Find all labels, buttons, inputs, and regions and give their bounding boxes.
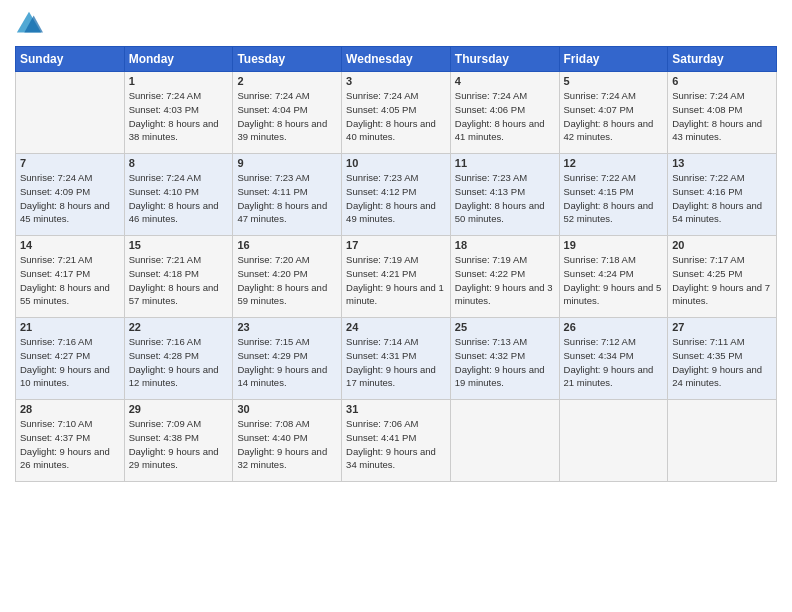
sunrise: Sunrise: 7:13 AM: [455, 336, 527, 347]
sunrise: Sunrise: 7:20 AM: [237, 254, 309, 265]
logo-icon: [15, 10, 43, 38]
calendar-cell: 24Sunrise: 7:14 AMSunset: 4:31 PMDayligh…: [342, 318, 451, 400]
cell-content: Sunrise: 7:10 AMSunset: 4:37 PMDaylight:…: [20, 417, 120, 472]
cell-content: Sunrise: 7:15 AMSunset: 4:29 PMDaylight:…: [237, 335, 337, 390]
sunset: Sunset: 4:29 PM: [237, 350, 307, 361]
day-number: 17: [346, 239, 446, 251]
sunrise: Sunrise: 7:19 AM: [346, 254, 418, 265]
daylight: Daylight: 9 hours and 34 minutes.: [346, 446, 436, 471]
day-number: 5: [564, 75, 664, 87]
sunset: Sunset: 4:28 PM: [129, 350, 199, 361]
calendar-cell: 10Sunrise: 7:23 AMSunset: 4:12 PMDayligh…: [342, 154, 451, 236]
calendar-cell: 30Sunrise: 7:08 AMSunset: 4:40 PMDayligh…: [233, 400, 342, 482]
day-number: 4: [455, 75, 555, 87]
cell-content: Sunrise: 7:23 AMSunset: 4:11 PMDaylight:…: [237, 171, 337, 226]
daylight: Daylight: 8 hours and 40 minutes.: [346, 118, 436, 143]
cell-content: Sunrise: 7:09 AMSunset: 4:38 PMDaylight:…: [129, 417, 229, 472]
sunrise: Sunrise: 7:16 AM: [20, 336, 92, 347]
sunrise: Sunrise: 7:21 AM: [129, 254, 201, 265]
cell-content: Sunrise: 7:24 AMSunset: 4:05 PMDaylight:…: [346, 89, 446, 144]
day-number: 15: [129, 239, 229, 251]
sunrise: Sunrise: 7:23 AM: [346, 172, 418, 183]
daylight: Daylight: 8 hours and 52 minutes.: [564, 200, 654, 225]
sunrise: Sunrise: 7:24 AM: [129, 172, 201, 183]
calendar-cell: 31Sunrise: 7:06 AMSunset: 4:41 PMDayligh…: [342, 400, 451, 482]
daylight: Daylight: 8 hours and 43 minutes.: [672, 118, 762, 143]
calendar-cell: 29Sunrise: 7:09 AMSunset: 4:38 PMDayligh…: [124, 400, 233, 482]
daylight: Daylight: 8 hours and 38 minutes.: [129, 118, 219, 143]
calendar-cell: 18Sunrise: 7:19 AMSunset: 4:22 PMDayligh…: [450, 236, 559, 318]
day-number: 30: [237, 403, 337, 415]
daylight: Daylight: 8 hours and 50 minutes.: [455, 200, 545, 225]
day-number: 21: [20, 321, 120, 333]
calendar-cell: 21Sunrise: 7:16 AMSunset: 4:27 PMDayligh…: [16, 318, 125, 400]
sunrise: Sunrise: 7:18 AM: [564, 254, 636, 265]
daylight: Daylight: 9 hours and 26 minutes.: [20, 446, 110, 471]
daylight: Daylight: 8 hours and 45 minutes.: [20, 200, 110, 225]
sunrise: Sunrise: 7:09 AM: [129, 418, 201, 429]
calendar-cell: 27Sunrise: 7:11 AMSunset: 4:35 PMDayligh…: [668, 318, 777, 400]
cell-content: Sunrise: 7:22 AMSunset: 4:15 PMDaylight:…: [564, 171, 664, 226]
sunset: Sunset: 4:12 PM: [346, 186, 416, 197]
daylight: Daylight: 8 hours and 49 minutes.: [346, 200, 436, 225]
sunrise: Sunrise: 7:24 AM: [129, 90, 201, 101]
sunrise: Sunrise: 7:15 AM: [237, 336, 309, 347]
sunrise: Sunrise: 7:17 AM: [672, 254, 744, 265]
sunset: Sunset: 4:09 PM: [20, 186, 90, 197]
daylight: Daylight: 9 hours and 19 minutes.: [455, 364, 545, 389]
calendar-cell: 9Sunrise: 7:23 AMSunset: 4:11 PMDaylight…: [233, 154, 342, 236]
week-row-3: 14Sunrise: 7:21 AMSunset: 4:17 PMDayligh…: [16, 236, 777, 318]
day-number: 10: [346, 157, 446, 169]
cell-content: Sunrise: 7:19 AMSunset: 4:21 PMDaylight:…: [346, 253, 446, 308]
week-row-4: 21Sunrise: 7:16 AMSunset: 4:27 PMDayligh…: [16, 318, 777, 400]
day-number: 25: [455, 321, 555, 333]
calendar-cell: 22Sunrise: 7:16 AMSunset: 4:28 PMDayligh…: [124, 318, 233, 400]
daylight: Daylight: 9 hours and 3 minutes.: [455, 282, 553, 307]
day-number: 19: [564, 239, 664, 251]
calendar-cell: 11Sunrise: 7:23 AMSunset: 4:13 PMDayligh…: [450, 154, 559, 236]
col-header-thursday: Thursday: [450, 47, 559, 72]
sunrise: Sunrise: 7:23 AM: [237, 172, 309, 183]
sunrise: Sunrise: 7:22 AM: [672, 172, 744, 183]
logo: [15, 10, 47, 38]
daylight: Daylight: 8 hours and 47 minutes.: [237, 200, 327, 225]
cell-content: Sunrise: 7:21 AMSunset: 4:18 PMDaylight:…: [129, 253, 229, 308]
cell-content: Sunrise: 7:24 AMSunset: 4:09 PMDaylight:…: [20, 171, 120, 226]
calendar-cell: 1Sunrise: 7:24 AMSunset: 4:03 PMDaylight…: [124, 72, 233, 154]
cell-content: Sunrise: 7:24 AMSunset: 4:08 PMDaylight:…: [672, 89, 772, 144]
day-number: 31: [346, 403, 446, 415]
sunrise: Sunrise: 7:19 AM: [455, 254, 527, 265]
day-number: 16: [237, 239, 337, 251]
calendar-cell: [450, 400, 559, 482]
header-row: SundayMondayTuesdayWednesdayThursdayFrid…: [16, 47, 777, 72]
sunset: Sunset: 4:34 PM: [564, 350, 634, 361]
cell-content: Sunrise: 7:16 AMSunset: 4:28 PMDaylight:…: [129, 335, 229, 390]
daylight: Daylight: 9 hours and 12 minutes.: [129, 364, 219, 389]
daylight: Daylight: 9 hours and 10 minutes.: [20, 364, 110, 389]
day-number: 22: [129, 321, 229, 333]
daylight: Daylight: 9 hours and 24 minutes.: [672, 364, 762, 389]
col-header-saturday: Saturday: [668, 47, 777, 72]
cell-content: Sunrise: 7:18 AMSunset: 4:24 PMDaylight:…: [564, 253, 664, 308]
cell-content: Sunrise: 7:23 AMSunset: 4:12 PMDaylight:…: [346, 171, 446, 226]
sunrise: Sunrise: 7:08 AM: [237, 418, 309, 429]
col-header-monday: Monday: [124, 47, 233, 72]
sunrise: Sunrise: 7:14 AM: [346, 336, 418, 347]
calendar-cell: 19Sunrise: 7:18 AMSunset: 4:24 PMDayligh…: [559, 236, 668, 318]
day-number: 13: [672, 157, 772, 169]
sunset: Sunset: 4:25 PM: [672, 268, 742, 279]
calendar-cell: 5Sunrise: 7:24 AMSunset: 4:07 PMDaylight…: [559, 72, 668, 154]
calendar-cell: 23Sunrise: 7:15 AMSunset: 4:29 PMDayligh…: [233, 318, 342, 400]
cell-content: Sunrise: 7:22 AMSunset: 4:16 PMDaylight:…: [672, 171, 772, 226]
sunset: Sunset: 4:06 PM: [455, 104, 525, 115]
sunrise: Sunrise: 7:22 AM: [564, 172, 636, 183]
calendar-cell: 25Sunrise: 7:13 AMSunset: 4:32 PMDayligh…: [450, 318, 559, 400]
sunset: Sunset: 4:04 PM: [237, 104, 307, 115]
sunset: Sunset: 4:05 PM: [346, 104, 416, 115]
cell-content: Sunrise: 7:24 AMSunset: 4:04 PMDaylight:…: [237, 89, 337, 144]
day-number: 1: [129, 75, 229, 87]
sunset: Sunset: 4:40 PM: [237, 432, 307, 443]
sunset: Sunset: 4:21 PM: [346, 268, 416, 279]
day-number: 12: [564, 157, 664, 169]
sunset: Sunset: 4:18 PM: [129, 268, 199, 279]
